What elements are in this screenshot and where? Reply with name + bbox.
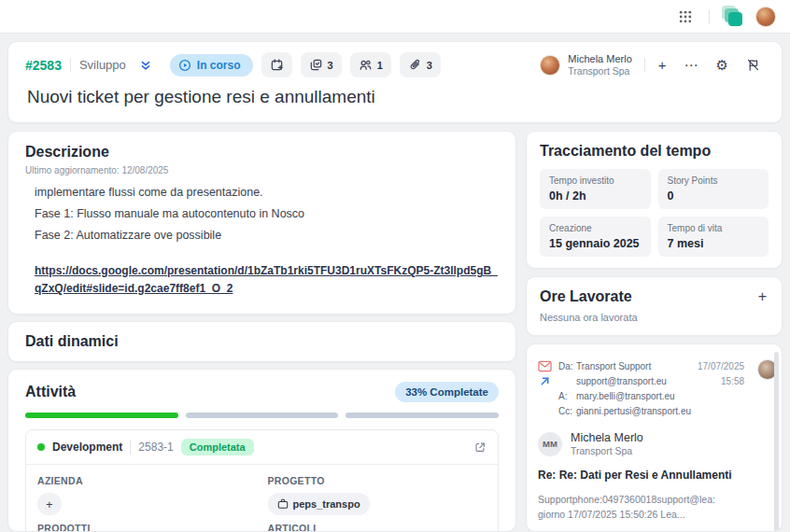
field-label: PROGETTO <box>268 475 487 486</box>
field-articoli: ARTICOLI + <box>268 523 487 532</box>
worked-hours-card: Ore Lavorate + Nessuna ora lavorata <box>526 276 783 336</box>
cc-email: gianni.pertusi@transport.eu <box>576 404 691 419</box>
assignee[interactable]: Michela Merlo Transport Spa <box>540 52 631 78</box>
email-preview-line: giorno 17/07/2025 15:50:26 Lea... <box>538 507 769 522</box>
participants-button[interactable]: 1 <box>350 52 391 77</box>
ticket-title[interactable]: Nuovi ticket per gestione resi e annulla… <box>27 87 765 107</box>
divider <box>644 58 645 72</box>
app-logo[interactable] <box>722 6 743 27</box>
play-icon <box>178 59 191 72</box>
open-activity-button[interactable] <box>473 441 487 454</box>
envelope-icon <box>538 360 552 372</box>
activity-status-dot <box>37 443 45 451</box>
copy-check-icon <box>309 58 323 72</box>
assignee-name: Michela Merlo <box>568 52 631 65</box>
chevron-double-down-icon[interactable] <box>134 59 157 72</box>
email-preview[interactable]: Supportphone:0497360018support@lea: gior… <box>538 492 769 523</box>
to-email: mary.belli@transport.eu <box>576 389 691 404</box>
email-preview-line: Supportphone:0497360018support@lea: <box>538 492 769 507</box>
email-scrollbar[interactable] <box>774 352 779 532</box>
presentation-link[interactable]: https://docs.google.com/presentation/d/1… <box>25 262 499 297</box>
field-progetto: PROGETTO peps_transpo <box>268 475 487 515</box>
ticket-header-card: #2583 Sviluppo In corso <box>7 41 783 123</box>
field-azienda: AZIENDA + <box>37 475 257 515</box>
email-time: 15:58 <box>698 374 744 389</box>
main-content: #2583 Sviluppo In corso <box>0 34 790 532</box>
stat-tempo-di-vita: Tempo di vita 7 mesi <box>658 217 769 257</box>
schedule-button[interactable] <box>261 52 292 77</box>
progress-segment <box>186 413 339 418</box>
ticket-category[interactable]: Sviluppo <box>79 58 126 72</box>
stat-creazione: Creazione 15 gennaio 2025 <box>540 217 651 257</box>
activities-card: Attività 33% Completate Development 2583… <box>7 369 516 532</box>
cc-label: Cc: <box>558 404 576 419</box>
dynamic-data-heading: Dati dinamici <box>25 333 499 350</box>
description-line: Fase 2: Automatizzare ove possibile <box>35 229 499 242</box>
description-line: implementare flussi come da presentazion… <box>35 186 499 199</box>
email-header[interactable]: Da: Transport Support support@transport.… <box>538 359 769 419</box>
description-line: Fase 1: Flusso manuale ma autocontenuto … <box>35 207 499 220</box>
field-label: PRODOTTI <box>37 523 257 532</box>
progetto-chip-label: peps_transpo <box>293 498 360 510</box>
calendar-add-icon <box>270 58 284 72</box>
activities-progress-bar <box>25 413 499 418</box>
from-label: Da: <box>558 359 576 374</box>
topbar-divider <box>709 9 710 24</box>
add-hours-button[interactable]: + <box>756 288 769 305</box>
progetto-chip[interactable]: peps_transpo <box>268 493 370 515</box>
participants-count: 1 <box>377 60 383 71</box>
add-button[interactable]: + <box>654 58 671 72</box>
time-tracking-card: Tracciamento del tempo Tempo investito 0… <box>526 131 783 269</box>
last-update-text: Ultimo aggiornamento: 12/08/2025 <box>25 165 499 175</box>
apps-grid-icon[interactable] <box>674 10 697 23</box>
divider <box>130 441 131 455</box>
activity-item: Development 2583-1 Completata <box>25 429 499 532</box>
description-card: Descrizione Ultimo aggiornamento: 12/08/… <box>7 131 516 315</box>
assignee-company: Transport Spa <box>568 65 631 78</box>
status-label: In corso <box>197 59 241 72</box>
attachments-count: 3 <box>427 60 432 71</box>
progress-segment <box>346 413 499 418</box>
assignee-avatar <box>540 55 560 76</box>
author-name: Michela Merlo <box>571 431 643 444</box>
status-badge[interactable]: In corso <box>170 54 253 77</box>
arrow-up-right-icon <box>540 376 550 386</box>
ticket-id: #2583 <box>25 58 62 73</box>
from-email: support@transport.eu <box>576 374 691 389</box>
field-label: ARTICOLI <box>268 523 487 532</box>
from-name: Transport Support <box>576 359 691 374</box>
email-date: 17/07/2025 <box>698 359 744 374</box>
field-label: AZIENDA <box>37 475 257 486</box>
settings-gear-icon[interactable]: ⚙ <box>712 58 733 72</box>
more-options-button[interactable]: ⋯ <box>680 58 703 72</box>
activity-code: 2583-1 <box>138 441 173 454</box>
user-avatar[interactable] <box>755 7 776 27</box>
briefcase-icon <box>277 498 289 510</box>
add-azienda-button[interactable]: + <box>37 493 62 515</box>
topbar <box>0 0 790 34</box>
email-author: MM Michela Merlo Transport Spa <box>538 431 769 456</box>
email-thread-card: Da: Transport Support support@transport.… <box>526 343 783 532</box>
linked-tasks-button[interactable]: 3 <box>301 52 342 77</box>
attachments-button[interactable]: 3 <box>400 52 441 77</box>
progress-segment-done <box>25 413 178 418</box>
stat-tempo-investito: Tempo investito 0h / 2h <box>540 169 651 209</box>
description-heading: Descrizione <box>25 144 499 161</box>
activities-heading: Attività <box>25 384 76 400</box>
divider <box>70 58 71 72</box>
field-prodotti: PRODOTTI + <box>37 523 257 532</box>
worked-hours-empty-text: Nessuna ora lavorata <box>540 312 769 323</box>
external-link-icon <box>473 441 487 454</box>
people-icon <box>359 58 373 72</box>
completion-badge: 33% Completate <box>395 382 499 402</box>
dynamic-data-card[interactable]: Dati dinamici <box>7 321 516 362</box>
activity-status-badge: Completata <box>181 439 254 455</box>
stat-story-points: Story Points 0 <box>658 169 769 209</box>
to-label: A: <box>558 389 576 404</box>
email-subject[interactable]: Re: Re: Dati per Resi e Annullamenti <box>538 469 769 482</box>
tasks-count: 3 <box>328 60 333 71</box>
author-initials-avatar: MM <box>538 432 562 456</box>
description-body[interactable]: implementare flussi come da presentazion… <box>25 186 499 242</box>
paperclip-icon <box>408 58 422 72</box>
flag-off-icon[interactable] <box>741 58 765 72</box>
